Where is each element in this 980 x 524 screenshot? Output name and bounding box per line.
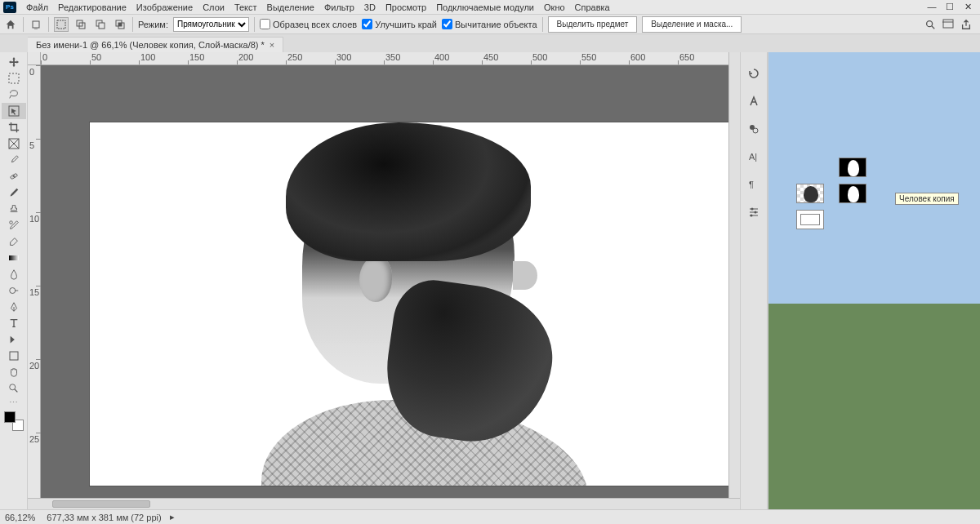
menu-просмотр[interactable]: Просмотр	[381, 2, 431, 13]
menu-редактирование[interactable]: Редактирование	[53, 2, 131, 13]
svg-rect-1	[57, 20, 65, 29]
app-logo-icon: Ps	[3, 2, 16, 13]
crop-tool[interactable]	[2, 119, 26, 135]
history-panel-icon[interactable]	[746, 65, 762, 82]
ruler-origin[interactable]	[28, 52, 41, 65]
subtract-object-checkbox[interactable]: Вычитание объекта	[442, 19, 537, 29]
character-panel-icon[interactable]	[746, 93, 762, 109]
menu-окно[interactable]: Окно	[539, 2, 570, 13]
sample-all-layers-checkbox[interactable]: Образец всех слоев	[260, 19, 357, 29]
eyedropper-tool[interactable]	[2, 152, 26, 168]
type-tool[interactable]	[2, 315, 26, 331]
shape-tool[interactable]	[2, 348, 26, 364]
svg-rect-13	[9, 73, 19, 83]
history-brush-tool[interactable]	[2, 217, 26, 233]
frame-tool[interactable]	[2, 135, 26, 152]
menu-3d[interactable]: 3D	[359, 2, 381, 13]
canvas-image	[253, 122, 645, 486]
menu-текст[interactable]: Текст	[229, 2, 262, 13]
ruler-vertical[interactable]: 05101520253035	[28, 65, 41, 509]
gradient-tool[interactable]	[2, 250, 26, 266]
svg-point-9	[927, 20, 933, 26]
blur-tool[interactable]	[2, 266, 26, 282]
new-selection-icon[interactable]	[54, 17, 69, 32]
menu-подключаемые модули[interactable]: Подключаемые модули	[431, 2, 539, 13]
ruler-tick: 50	[90, 52, 139, 65]
menu-изображение[interactable]: Изображение	[131, 2, 198, 13]
lasso-tool[interactable]	[2, 87, 26, 103]
panels: Слои Каналы Контуры T Обычные Непрозрачн…	[768, 52, 980, 509]
edit-toolbar-icon[interactable]: ⋯	[2, 397, 26, 408]
shape-mode-select[interactable]: Прямоугольник	[173, 17, 249, 32]
layer-thumbnail[interactable]	[796, 158, 824, 177]
maximize-button[interactable]: ☐	[944, 2, 956, 12]
layer-row[interactable]: ⛓вулкан	[768, 154, 980, 180]
menu-фильтр[interactable]: Фильтр	[319, 2, 359, 13]
select-subject-button[interactable]: Выделить предмет	[548, 16, 638, 33]
canvas-area: 050100150200250300350400450500550600650 …	[28, 52, 740, 509]
close-tab-icon[interactable]: ×	[270, 40, 274, 50]
brush-tool[interactable]	[2, 184, 26, 201]
path-tool[interactable]	[2, 331, 26, 348]
document-tab[interactable]: Без имени-1 @ 66,1% (Человек копия, Слой…	[28, 37, 283, 52]
mask-thumbnail[interactable]	[839, 158, 866, 177]
stamp-tool[interactable]	[2, 201, 26, 217]
ruler-tick: 100	[139, 52, 188, 65]
svg-point-21	[9, 221, 12, 224]
eraser-tool[interactable]	[2, 233, 26, 250]
paragraph-panel-icon[interactable]: ¶	[746, 176, 762, 193]
subtract-selection-icon[interactable]	[93, 17, 108, 32]
swatches-panel-icon[interactable]	[746, 121, 762, 137]
move-tool[interactable]	[2, 54, 26, 70]
layer-thumbnail[interactable]	[796, 184, 824, 203]
add-selection-icon[interactable]	[74, 17, 88, 32]
doc-info[interactable]: 677,33 мм x 381 мм (72 ppi)	[43, 513, 161, 522]
home-button[interactable]	[3, 17, 18, 32]
refine-edge-checkbox[interactable]: Улучшить край	[362, 19, 437, 29]
minimize-button[interactable]: —	[926, 2, 938, 12]
svg-text:¶: ¶	[749, 180, 754, 189]
select-and-mask-button[interactable]: Выделение и маска...	[642, 16, 742, 33]
ruler-tick: 600	[629, 52, 678, 65]
doc-info-flyout-icon[interactable]: ▸	[170, 512, 175, 522]
adjustments-panel-icon[interactable]	[746, 204, 762, 220]
svg-rect-5	[99, 23, 105, 29]
menu-справка[interactable]: Справка	[570, 2, 615, 13]
tooltip: Человек копия	[895, 193, 959, 205]
color-swatches[interactable]	[4, 411, 24, 431]
mask-thumbnail[interactable]	[839, 184, 866, 203]
svg-rect-11	[943, 20, 953, 28]
share-icon[interactable]	[960, 19, 972, 30]
tool-preset-icon[interactable]	[29, 17, 43, 32]
zoom-level[interactable]: 66,12%	[5, 513, 35, 522]
ruler-tick: 650	[678, 52, 727, 65]
search-icon[interactable]	[924, 19, 936, 30]
hand-tool[interactable]	[2, 364, 26, 380]
ruler-tick: 200	[237, 52, 286, 65]
foreground-color-swatch[interactable]	[4, 411, 16, 423]
menu-файл[interactable]: Файл	[21, 2, 53, 13]
document-tab-bar: Без имени-1 @ 66,1% (Человек копия, Слой…	[0, 34, 980, 52]
zoom-tool[interactable]	[2, 380, 26, 397]
ruler-horizontal[interactable]: 050100150200250300350400450500550600650	[41, 52, 740, 65]
menu-слои[interactable]: Слои	[198, 2, 229, 13]
pen-tool[interactable]	[2, 299, 26, 315]
workspace-icon[interactable]	[942, 19, 954, 30]
marquee-tool[interactable]	[2, 70, 26, 87]
healing-tool[interactable]	[2, 168, 26, 184]
menu-выделение[interactable]: Выделение	[262, 2, 319, 13]
ruler-tick: 300	[335, 52, 384, 65]
intersect-selection-icon[interactable]	[113, 17, 127, 32]
artboard[interactable]	[90, 122, 740, 486]
close-button[interactable]: ✕	[962, 2, 973, 12]
horizontal-scrollbar[interactable]	[28, 498, 740, 509]
dodge-tool[interactable]	[2, 282, 26, 299]
svg-text:A|: A|	[749, 152, 757, 162]
mode-label: Режим:	[138, 20, 168, 29]
svg-point-29	[753, 128, 758, 133]
glyphs-panel-icon[interactable]: A|	[746, 149, 762, 165]
svg-point-23	[9, 288, 15, 294]
object-selection-tool[interactable]	[2, 103, 26, 119]
vertical-scrollbar[interactable]	[728, 52, 740, 498]
layer-thumbnail[interactable]	[796, 210, 824, 229]
